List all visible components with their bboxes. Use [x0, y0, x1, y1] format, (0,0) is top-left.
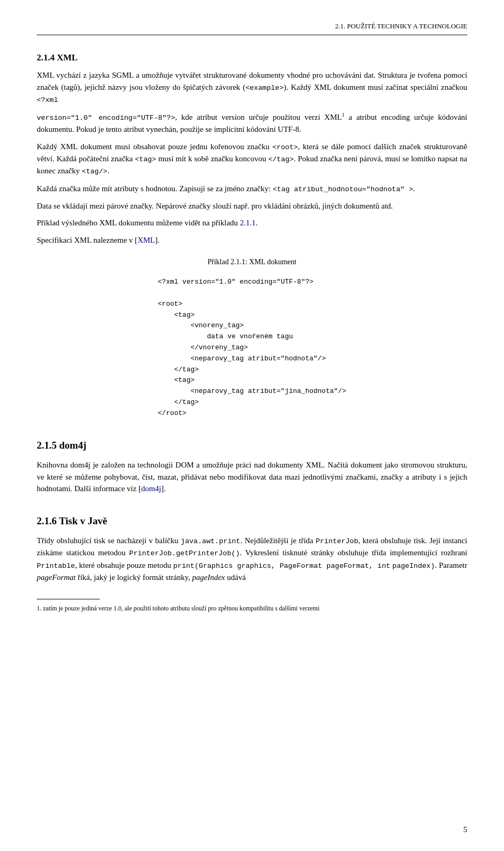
para-tisk-1: Třídy obsluhující tisk se nacházejí v ba… — [37, 535, 467, 583]
para-xml-6: Specifikaci XML nalezneme v [XML]. — [37, 234, 467, 246]
header-text: 2.1. POUŽITÉ TECHNIKY A TECHNOLOGIE — [335, 22, 467, 30]
code-example-tag: <example> — [245, 84, 284, 92]
code-version: version="1.0" encoding="UTF-8"?> — [37, 114, 175, 122]
page-header: 2.1. POUŽITÉ TECHNIKY A TECHNOLOGIE — [37, 21, 467, 35]
section-2-1-6: 2.1.6 Tisk v Javě Třídy obsluhující tisk… — [37, 514, 467, 584]
para-dom4j-1: Knihovna dom4j je založen na technologii… — [37, 459, 467, 495]
code-java-awt-print: java.awt.print — [181, 537, 240, 545]
code-getprinterjob: PrinterJob.getPrinter­Job() — [129, 549, 240, 557]
section-2-1-4: 2.1.4 XML XML vychází z jazyka SGML a um… — [37, 51, 467, 419]
example-title: Příklad 2.1.1: XML dokument — [37, 256, 467, 267]
code-root-tag: <root> — [272, 143, 298, 151]
link-example-211[interactable]: 2.1.1 — [240, 219, 256, 227]
param-pageindex: pageIndex — [192, 573, 225, 582]
section-title-dom4j: 2.1.5 dom4j — [37, 438, 467, 453]
code-pageindex: pageIndex) — [392, 562, 435, 570]
link-dom4j-ref[interactable]: dom4j — [141, 484, 161, 493]
code-xml-decl: <? — [37, 96, 45, 104]
code-print-method: print(Graphics graphics, PageFormat page… — [173, 562, 391, 570]
code-xml-decl2: xml — [45, 96, 58, 104]
footnote-1: 1. zatím je pouze jediná verze 1.0, ale … — [37, 604, 467, 613]
code-tag-open: <tag> — [135, 155, 156, 163]
code-printable: Printable — [37, 562, 75, 570]
footnote-number: 1. — [37, 605, 41, 612]
footnote-text: zatím je pouze jediná verze 1.0, ale pou… — [43, 605, 320, 612]
xml-code-block: <?xml version="1.0" encoding="UTF-8"?> <… — [158, 277, 346, 419]
link-xml-ref[interactable]: XML — [138, 236, 155, 244]
footnote-ref-1: 1 — [342, 112, 344, 118]
code-tag-selfclose: <tag/> — [82, 168, 108, 175]
para-xml-4: Data se vkládají mezi párové značky. Nep… — [37, 200, 467, 212]
para-xml-1: XML vychází z jazyka SGML a umožňuje vyt… — [37, 69, 467, 106]
para-xml-2: Každý XML dokument musí obsahovat pouze … — [37, 141, 467, 178]
code-tag-close: </tag> — [268, 155, 294, 163]
section-title-tisk: 2.1.6 Tisk v Javě — [37, 514, 467, 529]
para-xml-5: Příklad výsledného XML dokumentu můžeme … — [37, 217, 467, 229]
param-pageformat: pageFormat — [37, 573, 76, 582]
section-2-1-5: 2.1.5 dom4j Knihovna dom4j je založen na… — [37, 438, 467, 495]
page-number: 5 — [464, 824, 468, 836]
code-tag-attr: <tag atribut_hodnotou="hodnota" > — [272, 185, 413, 193]
example-box-211: Příklad 2.1.1: XML dokument <?xml versio… — [37, 256, 467, 419]
footnote-divider — [37, 599, 100, 599]
para-xml-3: Každá značka může mít atributy s hodnoto… — [37, 183, 467, 195]
para-xml-version: version="1.0" encoding="UTF-8"?>, kde at… — [37, 111, 467, 136]
code-printerjob: Printer­Job — [316, 537, 358, 545]
section-title-xml: 2.1.4 XML — [37, 51, 467, 65]
